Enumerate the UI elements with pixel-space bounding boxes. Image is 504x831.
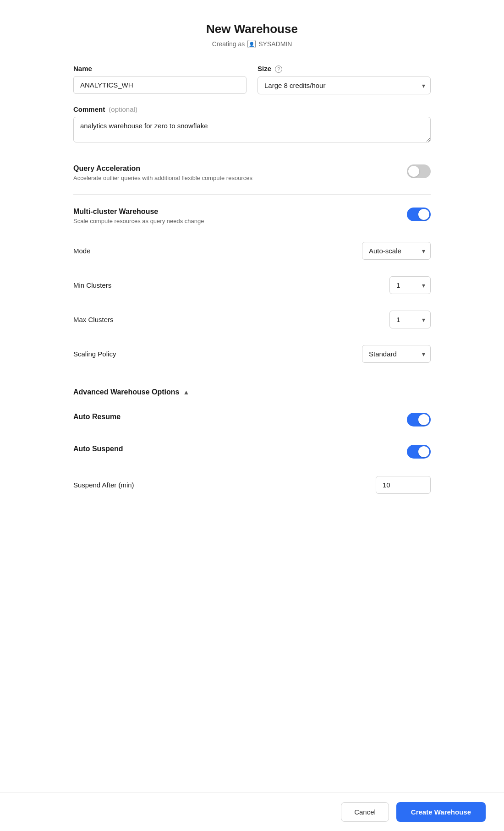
scaling-policy-label: Scaling Policy bbox=[73, 350, 116, 358]
query-acceleration-toggle[interactable] bbox=[407, 164, 431, 178]
auto-suspend-title: Auto Suspend bbox=[73, 445, 398, 453]
max-clusters-select-wrapper: 1 2 3 4 5 ▾ bbox=[389, 311, 431, 328]
query-acceleration-slider bbox=[407, 164, 431, 178]
footer-bar: Cancel Create Warehouse bbox=[0, 793, 504, 831]
cancel-button[interactable]: Cancel bbox=[341, 802, 389, 822]
creating-as-label: Creating as bbox=[212, 40, 245, 48]
query-acceleration-title: Query Acceleration bbox=[73, 164, 398, 173]
query-acceleration-row: Query Acceleration Accelerate outlier qu… bbox=[73, 155, 431, 191]
suspend-after-label: Suspend After (min) bbox=[73, 481, 134, 489]
scaling-policy-select[interactable]: Standard Economy bbox=[362, 345, 431, 363]
mode-select-wrapper: Auto-scale Maximized ▾ bbox=[362, 242, 431, 260]
multi-cluster-info: Multi-cluster Warehouse Scale compute re… bbox=[73, 208, 407, 224]
comment-input[interactable]: analytics warehouse for zero to snowflak… bbox=[73, 117, 431, 142]
auto-resume-toggle[interactable] bbox=[407, 413, 431, 426]
name-group: Name bbox=[73, 65, 247, 94]
auto-resume-title: Auto Resume bbox=[73, 413, 398, 421]
scaling-policy-row: Scaling Policy Standard Economy ▾ bbox=[73, 337, 431, 371]
advanced-chevron-up-icon: ▲ bbox=[183, 388, 189, 396]
multi-cluster-toggle[interactable] bbox=[407, 208, 431, 221]
comment-label: Comment (optional) bbox=[73, 105, 431, 113]
max-clusters-select[interactable]: 1 2 3 4 5 bbox=[389, 311, 431, 328]
auto-resume-row: Auto Resume bbox=[73, 404, 431, 436]
divider-2 bbox=[73, 375, 431, 375]
mode-select[interactable]: Auto-scale Maximized bbox=[362, 242, 431, 260]
name-input[interactable] bbox=[73, 76, 247, 94]
create-warehouse-button[interactable]: Create Warehouse bbox=[396, 802, 486, 822]
scaling-policy-select-wrapper: Standard Economy ▾ bbox=[362, 345, 431, 363]
auto-suspend-toggle[interactable] bbox=[407, 445, 431, 459]
page-header: New Warehouse Creating as 👤 SYSADMIN bbox=[73, 22, 431, 48]
sysadmin-icon: 👤 bbox=[247, 40, 256, 48]
auto-resume-slider bbox=[407, 413, 431, 426]
page-title: New Warehouse bbox=[73, 22, 431, 36]
min-clusters-select-wrapper: 1 2 3 4 5 ▾ bbox=[389, 276, 431, 294]
divider-1 bbox=[73, 194, 431, 195]
query-acceleration-desc: Accelerate outlier queries with addition… bbox=[73, 175, 398, 181]
comment-group: Comment (optional) analytics warehouse f… bbox=[73, 105, 431, 142]
multi-cluster-desc: Scale compute resources as query needs c… bbox=[73, 218, 398, 224]
mode-row: Mode Auto-scale Maximized ▾ bbox=[73, 234, 431, 268]
multi-cluster-title: Multi-cluster Warehouse bbox=[73, 208, 398, 216]
size-select[interactable]: X-Small 1 credit/hour Small 2 credits/ho… bbox=[257, 77, 431, 94]
mode-label: Mode bbox=[73, 247, 91, 255]
size-group: Size ? X-Small 1 credit/hour Small 2 cre… bbox=[257, 65, 431, 94]
multi-cluster-slider bbox=[407, 208, 431, 221]
min-clusters-select[interactable]: 1 2 3 4 5 bbox=[389, 276, 431, 294]
comment-optional-label: (optional) bbox=[109, 105, 137, 113]
advanced-section-label: Advanced Warehouse Options bbox=[73, 388, 179, 396]
name-size-row: Name Size ? X-Small 1 credit/hour Small … bbox=[73, 65, 431, 94]
size-select-wrapper: X-Small 1 credit/hour Small 2 credits/ho… bbox=[257, 77, 431, 94]
comment-section: Comment (optional) analytics warehouse f… bbox=[73, 105, 431, 142]
auto-suspend-info: Auto Suspend bbox=[73, 445, 407, 455]
suspend-after-input[interactable] bbox=[376, 476, 431, 494]
size-help-icon[interactable]: ? bbox=[275, 66, 282, 73]
min-clusters-row: Min Clusters 1 2 3 4 5 ▾ bbox=[73, 268, 431, 302]
auto-suspend-slider bbox=[407, 445, 431, 459]
page-subtitle: Creating as 👤 SYSADMIN bbox=[73, 40, 431, 48]
max-clusters-label: Max Clusters bbox=[73, 316, 114, 323]
query-acceleration-info: Query Acceleration Accelerate outlier qu… bbox=[73, 164, 407, 181]
size-label: Size ? bbox=[257, 65, 431, 73]
min-clusters-label: Min Clusters bbox=[73, 281, 111, 289]
suspend-after-row: Suspend After (min) bbox=[73, 468, 431, 502]
role-label: SYSADMIN bbox=[258, 40, 292, 48]
auto-suspend-row: Auto Suspend bbox=[73, 436, 431, 468]
advanced-section-header[interactable]: Advanced Warehouse Options ▲ bbox=[73, 379, 431, 404]
auto-resume-info: Auto Resume bbox=[73, 413, 407, 423]
max-clusters-row: Max Clusters 1 2 3 4 5 ▾ bbox=[73, 302, 431, 337]
multi-cluster-row: Multi-cluster Warehouse Scale compute re… bbox=[73, 198, 431, 234]
name-label: Name bbox=[73, 65, 247, 72]
